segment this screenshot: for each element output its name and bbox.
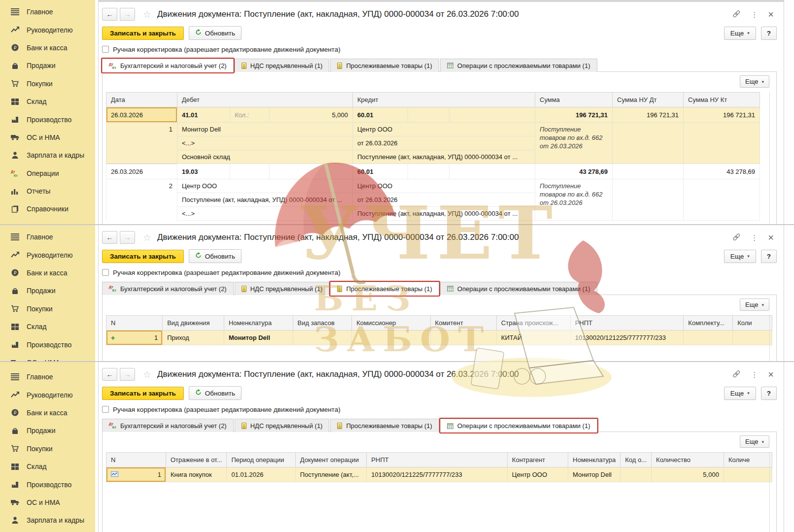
more-button[interactable]: Еще▾ (724, 250, 756, 263)
sidebar-item-directories[interactable]: Справочники (0, 200, 95, 218)
sidebar-item-main[interactable]: Главное (0, 368, 95, 386)
help-button[interactable]: ? (761, 27, 777, 40)
close-icon[interactable]: × (768, 369, 774, 379)
column-header-sum-nu-dt[interactable]: Сумма НУ Дт (613, 93, 684, 107)
sidebar-item-assets[interactable]: ОС и НМА (0, 129, 95, 146)
help-button[interactable]: ? (761, 387, 777, 400)
tab-vat[interactable]: НДС предъявленный (1) (235, 282, 330, 295)
debit-account-cell[interactable]: 41.01 (177, 107, 230, 123)
forward-button[interactable]: → (120, 231, 135, 244)
sidebar-item-sales[interactable]: Продажи (0, 57, 95, 74)
tab-traceable-goods[interactable]: Прослеживаемые товары (1) (330, 282, 439, 296)
nomenclature-cell[interactable]: Монитор Dell (224, 331, 293, 345)
credit-analytics-cell[interactable]: Поступление (акт, накладная, УПД) 0000-0… (353, 207, 535, 221)
sidebar-item-production[interactable]: Производство (0, 335, 95, 353)
debit-analytics-cell[interactable]: <...> (177, 207, 353, 221)
column-header-country[interactable]: Страна происхож... (496, 316, 570, 331)
tab-traceable-operations[interactable]: Операции с прослеживаемыми товарами (1) (440, 419, 597, 432)
scrollbar-track[interactable] (769, 315, 770, 361)
column-header-reflection[interactable]: Отражение в от... (166, 453, 227, 467)
column-header-commissioner[interactable]: Комиссионер (352, 316, 430, 331)
credit-analytics-cell[interactable]: Центр ООО (353, 123, 535, 136)
back-button[interactable]: ← (102, 368, 117, 381)
manual-adjustment-checkbox[interactable]: Ручная корректировка (разрешает редактир… (102, 404, 777, 414)
entry-number-cell[interactable]: 2 (106, 179, 177, 193)
sidebar-item-warehouse[interactable]: Склад (0, 93, 95, 110)
save-close-button[interactable]: Записать и закрыть (102, 387, 184, 400)
manual-adjustment-checkbox[interactable]: Ручная корректировка (разрешает редактир… (102, 267, 777, 277)
table-more-button[interactable]: Еще▾ (740, 75, 769, 88)
link-icon[interactable] (732, 10, 741, 19)
table-row[interactable]: 1 Книга покупок 01.01.2026 Поступление (… (106, 467, 772, 482)
entry-number-cell[interactable]: 1 (106, 123, 177, 136)
sidebar-item-bank[interactable]: ₽Банк и касса (0, 39, 95, 57)
rnpt-cell[interactable]: 10130020/121225/7777777/233 (570, 331, 684, 345)
column-header-qty[interactable]: Количество (652, 453, 724, 467)
tab-traceable-operations[interactable]: Операции с прослеживаемыми товарами (1) (440, 59, 597, 72)
column-header-contractor[interactable]: Контрагент (507, 453, 568, 467)
sum-nu-dt-cell[interactable] (613, 164, 684, 179)
sidebar-item-reports[interactable]: Отчеты (0, 182, 95, 200)
table-more-button[interactable]: Еще▾ (740, 299, 769, 311)
link-icon[interactable] (732, 233, 741, 242)
sidebar-item-main[interactable]: Главное (0, 3, 95, 21)
comment-cell[interactable]: Поступление товаров по вх.д. 662 от 26.0… (535, 123, 613, 164)
table-row[interactable]: +1 Приход Монитор Dell КИТАЙ 10130020/12… (106, 331, 772, 345)
column-header-rnpt[interactable]: РНПТ (367, 453, 508, 467)
column-header-credit[interactable]: Кредит (353, 93, 535, 107)
checkbox-box[interactable] (102, 406, 109, 413)
back-button[interactable]: ← (102, 8, 117, 21)
credit-account-cell[interactable]: 60.01 (353, 107, 408, 123)
column-header-rnpt[interactable]: РНПТ (570, 316, 684, 331)
column-header-kit[interactable]: Комплекту... (684, 316, 733, 331)
debit-analytics-cell[interactable]: Основной склад (177, 150, 353, 164)
credit-analytics-cell[interactable]: Поступление (акт, накладная, УПД) 0000-0… (353, 150, 535, 164)
tab-vat[interactable]: НДС предъявленный (1) (235, 419, 330, 432)
column-header-debit[interactable]: Дебет (177, 93, 353, 107)
refresh-button[interactable]: Обновить (189, 386, 242, 400)
tab-traceable-goods[interactable]: Прослеживаемые товары (1) (330, 59, 439, 72)
back-button[interactable]: ← (102, 231, 117, 244)
qty-cell[interactable]: 5,000 (270, 107, 353, 123)
help-button[interactable]: ? (761, 250, 777, 263)
tab-vat[interactable]: НДС предъявленный (1) (235, 59, 330, 72)
debit-analytics-cell[interactable]: Монитор Dell (177, 123, 353, 136)
credit-analytics-cell[interactable]: от 26.03.2026 (353, 193, 535, 207)
sidebar-item-manager[interactable]: Руководителю (0, 246, 95, 264)
sidebar-item-purchases[interactable]: Покупки (0, 300, 95, 318)
kebab-menu-icon[interactable]: ⋮ (751, 234, 758, 241)
rnpt-cell[interactable]: 10130020/121225/7777777/233 (367, 467, 508, 482)
sidebar-item-sales[interactable]: Продажи (0, 422, 95, 439)
comment-cell[interactable]: Поступление товаров по вх.д. 662 от 26.0… (535, 179, 613, 221)
date-cell[interactable]: 26.03.2026 (106, 164, 177, 179)
column-header-period[interactable]: Период операции (227, 453, 295, 467)
tab-accounting[interactable]: ДтКт Бухгалтерский и налоговый учет (2) (102, 59, 234, 72)
sum-cell[interactable]: 196 721,31 (535, 107, 613, 123)
nomenclature-cell[interactable]: Монитор Dell (568, 467, 621, 482)
debit-account-cell[interactable]: 19.03 (177, 164, 230, 179)
forward-button[interactable]: → (120, 368, 135, 381)
qty-label-cell[interactable]: Кол.: (230, 107, 270, 123)
forward-button[interactable]: → (120, 8, 135, 21)
sidebar-item-bank[interactable]: ₽Банк и касса (0, 264, 95, 282)
more-button[interactable]: Еще▾ (724, 27, 756, 40)
column-header-sum-nu-kt[interactable]: Сумма НУ Кт (684, 93, 760, 107)
credit-analytics-cell[interactable]: Центр ООО (353, 179, 535, 193)
column-header-qty2[interactable]: Количе (724, 453, 772, 467)
tab-traceable-goods[interactable]: Прослеживаемые товары (1) (330, 419, 439, 432)
sidebar-item-bank[interactable]: ₽Банк и касса (0, 404, 95, 422)
favorite-star-icon[interactable]: ☆ (143, 9, 151, 20)
sidebar-item-sales[interactable]: Продажи (0, 282, 95, 299)
tab-traceable-operations[interactable]: Операции с прослеживаемыми товарами (1) (440, 282, 597, 295)
move-type-cell[interactable]: Приход (163, 331, 224, 345)
sum-cell[interactable]: 43 278,69 (535, 164, 613, 179)
tab-accounting[interactable]: ДтКт Бухгалтерский и налоговый учет (2) (102, 282, 234, 295)
column-header-qty[interactable]: Коли (733, 316, 772, 331)
column-header-code[interactable]: Код о... (621, 453, 652, 467)
sidebar-item-production[interactable]: Производство (0, 110, 95, 128)
sum-nu-kt-cell[interactable]: 43 278,69 (684, 164, 760, 179)
tab-accounting[interactable]: ДтКт Бухгалтерский и налоговый учет (2) (102, 419, 234, 432)
sidebar-item-purchases[interactable]: Покупки (0, 440, 95, 458)
column-header-doc[interactable]: Документ операции (295, 453, 367, 467)
debit-analytics-cell[interactable]: <...> (177, 136, 353, 150)
